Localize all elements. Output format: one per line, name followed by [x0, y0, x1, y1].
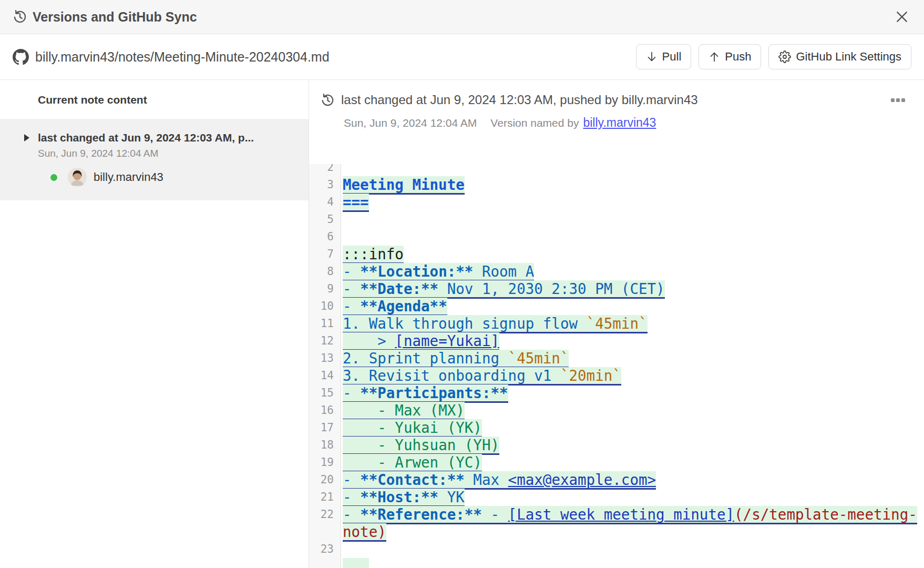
diff-added-segment: - **Date:** Nov 1, 2030 2:30 PM (CET) [343, 280, 665, 299]
line-number: 2 [309, 164, 341, 176]
close-icon[interactable] [892, 7, 911, 26]
code-line: 5 [309, 211, 924, 228]
code-line: 6 [309, 228, 924, 246]
version-detail-title: last changed at Jun 9, 2024 12:03 AM, pu… [341, 93, 698, 107]
line-content: === [341, 194, 924, 211]
repo-file-path: billy.marvin43/notes/Meeting-Minute-2024… [35, 49, 330, 65]
line-content: 1. Walk through signup flow `45min` [341, 315, 924, 332]
diff-added-segment: - Max (MX) [343, 402, 465, 420]
line-number: 8 [309, 263, 341, 280]
line-number: 23 [309, 541, 341, 558]
avatar [68, 168, 87, 187]
push-button-label: Push [725, 50, 751, 64]
repo-bar: billy.marvin43/notes/Meeting-Minute-2024… [0, 34, 924, 80]
diff-code-viewport[interactable]: 23Meeting Minute4===567:::info8- **Locat… [309, 164, 924, 568]
code-lines: 23Meeting Minute4===567:::info8- **Locat… [309, 164, 924, 568]
diff-added-segment: - Yuhsuan (YH) [343, 437, 499, 455]
line-content: - Max (MX) [341, 402, 924, 419]
line-number: 19 [309, 454, 341, 471]
line-number: 6 [309, 228, 341, 246]
history-icon [13, 9, 27, 24]
push-button[interactable]: Push [699, 44, 761, 69]
line-number: 16 [309, 402, 341, 419]
versions-github-sync-modal: Versions and GitHub Sync billy.marvin43/… [0, 0, 924, 568]
code-line: 15- **Participants:** [309, 384, 924, 402]
line-content: - **Agenda** [341, 298, 924, 315]
sidebar-header: Current note content [0, 80, 309, 120]
github-actions: Pull Push GitHub Link Settings [636, 44, 911, 69]
versions-sidebar: Current note content last changed at Jun… [0, 80, 309, 568]
code-line: 10- **Agenda** [309, 298, 924, 315]
version-detail-date: Sun, Jun 9, 2024 12:04 AM [344, 117, 477, 129]
code-line: 143. Revisit onboarding v1 `20min` [309, 367, 924, 384]
code-line: 20- **Contact:** Max <max@example.com> [309, 471, 924, 489]
line-number: 15 [309, 384, 341, 402]
version-detail-panel: last changed at Jun 9, 2024 12:03 AM, pu… [309, 80, 924, 568]
arrow-down-icon [646, 51, 658, 63]
diff-added-segment: Meeting Minute [343, 176, 465, 195]
version-detail-header: last changed at Jun 9, 2024 12:03 AM, pu… [309, 80, 924, 164]
line-content: - **Reference:** - [Last week meeting mi… [341, 506, 924, 541]
line-content: - **Location:** Room A [341, 263, 924, 280]
line-content: :::info [341, 246, 924, 263]
more-options-icon[interactable] [888, 95, 908, 105]
arrow-up-icon [709, 51, 720, 63]
version-list-item-selected[interactable]: last changed at Jun 9, 2024 12:03 AM, p.… [0, 120, 309, 200]
line-content: 2. Sprint planning `45min` [341, 350, 924, 367]
line-number: 12 [309, 332, 341, 350]
line-number: 14 [309, 367, 341, 384]
code-line: 132. Sprint planning `45min` [309, 350, 924, 367]
code-line: 23 [309, 541, 924, 558]
version-author-row: billy.marvin43 [50, 168, 298, 187]
code-line: 21- **Host:** YK [309, 489, 924, 506]
pull-button[interactable]: Pull [636, 44, 692, 69]
modal-title: Versions and GitHub Sync [33, 9, 197, 25]
code-line: 19 - Arwen (YC) [309, 454, 924, 471]
diff-added-segment: :::info [343, 246, 404, 264]
code-line: 2 [309, 164, 924, 176]
diff-added-segment: === [343, 194, 369, 212]
github-link-settings-button[interactable]: GitHub Link Settings [768, 44, 911, 69]
diff-added-segment: 1. Walk through signup flow `45min` [343, 315, 648, 333]
diff-added-segment: - **Participants:** [343, 384, 508, 403]
code-line: 18 - Yuhsuan (YH) [309, 437, 924, 454]
diff-added-segment [343, 558, 369, 568]
diff-added-segment: 2. Sprint planning `45min` [343, 350, 569, 368]
line-number: 21 [309, 489, 341, 506]
code-line: 3Meeting Minute [309, 176, 924, 194]
line-content: - **Host:** YK [341, 489, 924, 506]
diff-added-segment: - Yukai (YK) [343, 419, 482, 438]
line-number: 13 [309, 350, 341, 367]
line-number: 5 [309, 211, 341, 228]
github-link-settings-label: GitHub Link Settings [796, 50, 901, 64]
code-line: 8- **Location:** Room A [309, 263, 924, 280]
line-number: 11 [309, 315, 341, 332]
line-content: - Arwen (YC) [341, 454, 924, 471]
line-number: 17 [309, 419, 341, 437]
line-content: - **Contact:** Max <max@example.com> [341, 471, 924, 489]
line-number: 18 [309, 437, 341, 454]
diff-added-segment: - **Host:** YK [343, 489, 465, 507]
line-content: - Yuhsuan (YH) [341, 437, 924, 454]
pull-button-label: Pull [662, 50, 682, 64]
line-number: 22 [309, 506, 341, 523]
code-line [309, 558, 924, 568]
line-content: Meeting Minute [341, 176, 924, 194]
modal-body: Current note content last changed at Jun… [0, 80, 924, 568]
line-content: - Yukai (YK) [341, 419, 924, 437]
code-line: 4=== [309, 194, 924, 211]
code-line: 111. Walk through signup flow `45min` [309, 315, 924, 332]
line-number: 4 [309, 194, 341, 211]
version-named-by-label: Version named by [490, 117, 579, 129]
line-content [341, 558, 924, 568]
modal-title-bar: Versions and GitHub Sync [0, 0, 924, 34]
expand-caret-icon[interactable] [24, 134, 29, 141]
version-named-by-user-link[interactable]: billy.marvin43 [583, 116, 656, 130]
diff-added-segment: - **Reference:** - [Last week meeting mi… [343, 506, 917, 542]
line-number: 20 [309, 471, 341, 489]
diff-added-segment: - Arwen (YC) [343, 454, 482, 472]
code-line: 17 - Yukai (YK) [309, 419, 924, 437]
diff-added-segment: - **Location:** Room A [343, 263, 534, 281]
diff-added-segment: 3. Revisit onboarding v1 `20min` [343, 367, 621, 386]
version-title: last changed at Jun 9, 2024 12:03 AM, p.… [38, 131, 254, 144]
